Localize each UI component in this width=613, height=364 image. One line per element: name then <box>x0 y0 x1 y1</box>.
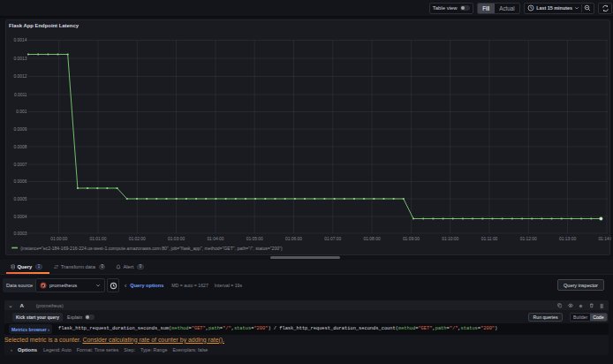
svg-text:01:02:00: 01:02:00 <box>129 237 146 241</box>
svg-text:0.0003: 0.0003 <box>14 231 27 236</box>
svg-text:01:03:00: 01:03:00 <box>168 237 185 241</box>
svg-text:0.0011: 0.0011 <box>14 93 27 97</box>
svg-text:01:06:00: 01:06:00 <box>285 237 302 241</box>
svg-text:0.0012: 0.0012 <box>14 74 27 79</box>
svg-text:01:07:00: 01:07:00 <box>324 237 341 241</box>
svg-text:0.0014: 0.0014 <box>14 38 27 42</box>
svg-text:0.0004: 0.0004 <box>14 215 27 219</box>
svg-text:01:12:00: 01:12:00 <box>520 237 537 241</box>
svg-text:0.0013: 0.0013 <box>14 57 27 61</box>
svg-text:0.001: 0.001 <box>16 110 27 114</box>
svg-text:0.0007: 0.0007 <box>14 163 27 167</box>
svg-text:0.0005: 0.0005 <box>14 197 27 201</box>
svg-text:01:11:00: 01:11:00 <box>481 237 498 241</box>
svg-text:01:04:00: 01:04:00 <box>207 237 223 241</box>
svg-text:01:08:00: 01:08:00 <box>364 237 381 241</box>
svg-text:01:09:00: 01:09:00 <box>403 237 420 241</box>
svg-text:01:14:00: 01:14:00 <box>598 237 611 241</box>
svg-text:01:10:00: 01:10:00 <box>442 237 458 241</box>
svg-text:0.0006: 0.0006 <box>14 179 27 184</box>
svg-text:01:01:00: 01:01:00 <box>89 237 106 241</box>
svg-text:0.0008: 0.0008 <box>14 145 27 149</box>
svg-text:{instance="ec2-184-169-216-224: {instance="ec2-184-169-216-224.us-west-1… <box>20 246 283 251</box>
svg-text:01:05:00: 01:05:00 <box>246 237 263 241</box>
svg-text:0.0009: 0.0009 <box>14 127 27 132</box>
svg-text:01:00:00: 01:00:00 <box>50 237 67 241</box>
svg-text:01:13:00: 01:13:00 <box>559 237 576 241</box>
